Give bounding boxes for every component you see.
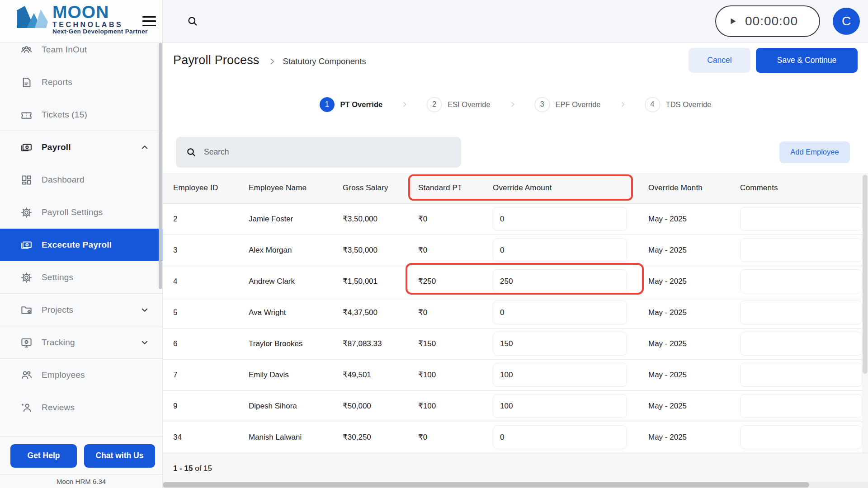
stepper-step[interactable]: 4 TDS Override bbox=[645, 97, 712, 112]
cell-employee-id: 6 bbox=[163, 328, 238, 359]
save-continue-button[interactable]: Save & Continue bbox=[756, 48, 858, 73]
sidebar-item[interactable]: Tickets (15) bbox=[0, 99, 162, 131]
cell-employee-name: Jamie Foster bbox=[238, 203, 332, 235]
folder-icon bbox=[20, 304, 33, 316]
play-icon[interactable] bbox=[728, 16, 738, 26]
get-help-button[interactable]: Get Help bbox=[10, 444, 77, 468]
sidebar-item[interactable]: Payroll Settings bbox=[0, 196, 162, 229]
override-amount-input[interactable] bbox=[493, 238, 627, 262]
cell-employee-id: 2 bbox=[163, 203, 238, 235]
sidebar-scrollbar[interactable] bbox=[159, 43, 162, 289]
override-amount-input[interactable] bbox=[493, 363, 627, 387]
sidebar-item[interactable]: Employees bbox=[0, 359, 162, 391]
step-chevron-icon bbox=[509, 101, 516, 108]
main-content: 00:00:00 C Payroll Process Statutory Com… bbox=[163, 0, 868, 488]
cell-employee-name: Dipesh Sihora bbox=[238, 390, 332, 422]
step-label: EPF Override bbox=[556, 100, 601, 109]
sidebar-item[interactable]: Settings bbox=[0, 261, 162, 294]
comments-input[interactable] bbox=[740, 332, 862, 356]
cell-override-month: May - 2025 bbox=[638, 422, 730, 453]
horizontal-scrollbar[interactable] bbox=[163, 482, 868, 488]
sidebar-nav: Team InOut Reports Tickets (15) bbox=[0, 33, 162, 424]
override-amount-input[interactable] bbox=[493, 332, 627, 356]
step-chevron-icon bbox=[619, 101, 627, 108]
cell-standard-pt: ₹0 bbox=[408, 235, 482, 266]
sidebar-item[interactable]: Reports bbox=[0, 66, 162, 99]
stepper-step[interactable]: 2 ESI Override bbox=[427, 97, 534, 112]
pagination-total: of 15 bbox=[193, 464, 212, 473]
sidebar-item[interactable]: Projects bbox=[0, 294, 162, 326]
comments-input[interactable] bbox=[740, 238, 862, 262]
override-amount-input[interactable] bbox=[493, 425, 627, 449]
cell-standard-pt: ₹150 bbox=[408, 328, 482, 359]
cell-employee-name: Traylor Brookes bbox=[238, 328, 332, 359]
payroll-table: Employee ID Employee Name Gross Salary S… bbox=[163, 173, 868, 453]
col-standard-pt: Standard PT bbox=[408, 173, 482, 203]
col-override-month: Override Month bbox=[638, 173, 730, 203]
comments-input[interactable] bbox=[740, 425, 862, 449]
comments-input[interactable] bbox=[740, 269, 862, 293]
sidebar-item[interactable]: Dashboard bbox=[0, 164, 162, 196]
override-amount-input[interactable] bbox=[493, 300, 627, 324]
col-employee-id: Employee ID bbox=[163, 173, 238, 203]
page-header: Payroll Process Statutory Components Can… bbox=[163, 43, 868, 78]
search-input[interactable] bbox=[204, 147, 439, 157]
stepper-step[interactable]: 3 EPF Override bbox=[535, 97, 645, 112]
sidebar-item[interactable]: Team InOut bbox=[0, 33, 162, 66]
sidebar-item[interactable]: Payroll bbox=[0, 131, 162, 164]
sidebar-item[interactable]: Reviews bbox=[0, 391, 162, 424]
cell-employee-name: Emily Davis bbox=[238, 359, 332, 390]
search-icon bbox=[186, 147, 197, 158]
cell-override-month: May - 2025 bbox=[638, 359, 730, 390]
table-row: 4 Andrew Clark ₹1,50,001 ₹250 May - 2025 bbox=[163, 266, 868, 297]
chat-with-us-button[interactable]: Chat with Us bbox=[84, 444, 155, 468]
avatar[interactable]: C bbox=[833, 8, 860, 35]
override-amount-input[interactable] bbox=[493, 269, 627, 293]
dashboard-icon bbox=[20, 174, 33, 186]
cell-standard-pt: ₹250 bbox=[408, 266, 482, 297]
comments-input[interactable] bbox=[740, 207, 862, 231]
override-amount-input[interactable] bbox=[493, 207, 627, 231]
cell-standard-pt: ₹100 bbox=[408, 359, 482, 390]
table-row: 5 Ava Wright ₹4,37,500 ₹0 May - 2025 bbox=[163, 297, 868, 328]
table-row: 9 Dipesh Sihora ₹50,000 ₹100 May - 2025 bbox=[163, 390, 868, 422]
cell-employee-id: 7 bbox=[163, 359, 238, 390]
override-amount-input[interactable] bbox=[493, 394, 627, 418]
cell-employee-id: 4 bbox=[163, 266, 238, 297]
cell-standard-pt: ₹0 bbox=[408, 297, 482, 328]
vertical-scrollbar[interactable] bbox=[862, 173, 868, 453]
cell-gross-salary: ₹3,50,000 bbox=[332, 203, 408, 235]
comments-input[interactable] bbox=[740, 394, 862, 418]
col-employee-name: Employee Name bbox=[238, 173, 332, 203]
menu-icon[interactable] bbox=[142, 16, 156, 26]
sidebar-item[interactable]: Excecute Payroll bbox=[0, 229, 162, 261]
comments-input[interactable] bbox=[740, 363, 862, 387]
cell-employee-id: 9 bbox=[163, 390, 238, 422]
step-label: TDS Override bbox=[666, 100, 712, 109]
cancel-button[interactable]: Cancel bbox=[689, 48, 750, 73]
monitor-icon bbox=[20, 337, 33, 349]
brand-name: MOON bbox=[52, 4, 123, 21]
add-employee-button[interactable]: Add Employee bbox=[779, 141, 850, 163]
table-row: 34 Manish Lalwani ₹30,250 ₹0 May - 2025 bbox=[163, 422, 868, 453]
cell-override-month: May - 2025 bbox=[638, 203, 730, 235]
star-person-icon bbox=[20, 402, 33, 414]
step-number: 1 bbox=[320, 97, 335, 112]
sidebar-item[interactable]: Tracking bbox=[0, 326, 162, 359]
step-label: PT Override bbox=[340, 100, 383, 109]
timer-widget[interactable]: 00:00:00 bbox=[715, 5, 820, 37]
col-gross-salary: Gross Salary bbox=[332, 173, 408, 203]
brand-logo-icon bbox=[16, 5, 49, 30]
page-title: Payroll Process bbox=[173, 53, 259, 67]
brand-subname: TECHNOLABS bbox=[52, 21, 123, 28]
stepper-step[interactable]: 1 PT Override bbox=[320, 97, 427, 112]
search-box[interactable] bbox=[176, 137, 461, 168]
comments-input[interactable] bbox=[740, 300, 862, 324]
cell-employee-id: 3 bbox=[163, 235, 238, 266]
cell-override-month: May - 2025 bbox=[638, 390, 730, 422]
sidebar-footer: Get Help Chat with Us Moon HRM 6.34 bbox=[0, 436, 162, 488]
global-search-icon[interactable] bbox=[187, 15, 198, 27]
table-header-row: Employee ID Employee Name Gross Salary S… bbox=[163, 173, 868, 203]
cell-gross-salary: ₹50,000 bbox=[332, 390, 408, 422]
step-number: 4 bbox=[645, 97, 660, 112]
